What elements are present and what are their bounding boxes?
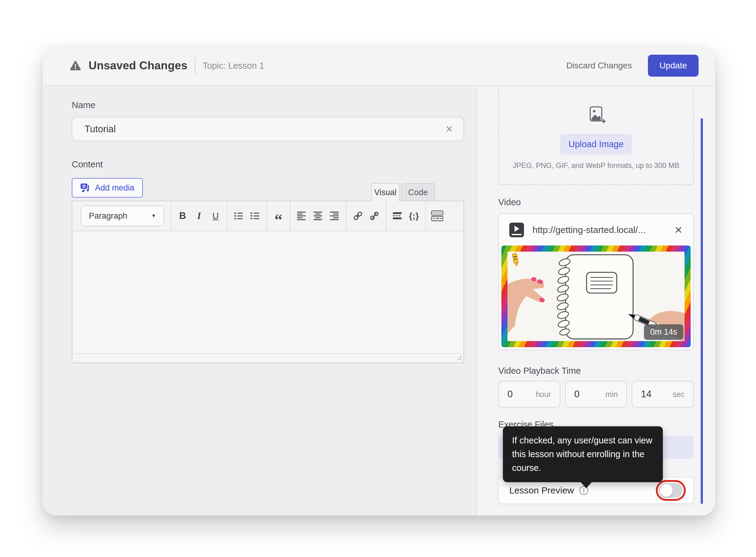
tab-code[interactable]: Code bbox=[401, 183, 435, 201]
lesson-preview-toggle-wrap bbox=[659, 483, 683, 498]
toolbar-group-keyboard bbox=[425, 201, 449, 231]
header-actions: Discard Changes Update bbox=[566, 55, 699, 77]
video-url-text: http://getting-started.local/... bbox=[533, 225, 666, 235]
content-editor: Paragraph ▼ B I U bbox=[72, 201, 464, 363]
shortcode-button[interactable]: {;} bbox=[406, 206, 422, 226]
playback-min-input[interactable]: 0 min bbox=[565, 381, 627, 408]
header-divider bbox=[195, 57, 195, 74]
video-label: Video bbox=[498, 197, 521, 207]
name-label: Name bbox=[72, 100, 95, 110]
main-form-panel: Name Tutorial ✕ Content Add media bbox=[43, 87, 476, 516]
tooltip-arrow bbox=[581, 482, 592, 488]
align-center-icon[interactable] bbox=[310, 206, 326, 226]
panel-scrollbar[interactable] bbox=[701, 118, 703, 504]
chevron-down-icon: ▼ bbox=[151, 213, 156, 218]
discard-changes-button[interactable]: Discard Changes bbox=[566, 61, 632, 70]
unlink-icon[interactable] bbox=[366, 206, 383, 226]
content-label: Content bbox=[72, 159, 103, 170]
editor-text-area[interactable] bbox=[72, 231, 463, 353]
sec-value: 14 bbox=[641, 389, 651, 400]
video-duration-badge: 0m 14s bbox=[644, 324, 683, 340]
keyboard-icon[interactable] bbox=[429, 206, 446, 226]
header-left: Unsaved Changes Topic: Lesson 1 bbox=[70, 57, 566, 74]
header: Unsaved Changes Topic: Lesson 1 Discard … bbox=[43, 46, 715, 86]
update-button[interactable]: Update bbox=[648, 55, 699, 77]
link-icon[interactable] bbox=[350, 206, 366, 226]
toolbar-group-link bbox=[346, 201, 386, 231]
lesson-preview-label: Lesson Preview bbox=[509, 485, 574, 496]
lesson-preview-toggle[interactable] bbox=[659, 483, 683, 498]
lesson-editor-window: Unsaved Changes Topic: Lesson 1 Discard … bbox=[43, 46, 715, 516]
min-value: 0 bbox=[574, 389, 579, 400]
paragraph-select-value: Paragraph bbox=[89, 211, 127, 221]
hour-unit: hour bbox=[536, 390, 551, 399]
underline-button[interactable]: U bbox=[207, 206, 224, 226]
page-title: Unsaved Changes bbox=[89, 59, 187, 72]
add-media-label: Add media bbox=[95, 183, 134, 193]
align-right-icon[interactable] bbox=[326, 206, 343, 226]
toolbar-group-quote: “ bbox=[267, 201, 290, 231]
upload-formats-hint: JPEG, PNG, GIF, and WebP formats, up to … bbox=[513, 161, 679, 170]
align-left-icon[interactable] bbox=[294, 206, 310, 226]
italic-button[interactable]: I bbox=[191, 206, 207, 226]
bold-button[interactable]: B bbox=[174, 206, 191, 226]
upload-image-button[interactable]: Upload Image bbox=[560, 134, 632, 154]
video-thumbnail[interactable]: 0m 14s bbox=[501, 245, 691, 347]
video-card: http://getting-started.local/... ✕ bbox=[498, 213, 694, 350]
toolbar-group-align bbox=[290, 201, 346, 231]
resize-grip-icon[interactable] bbox=[456, 356, 462, 361]
name-input[interactable]: Tutorial ✕ bbox=[72, 117, 464, 141]
hour-value: 0 bbox=[508, 389, 513, 400]
playback-sec-input[interactable]: 14 sec bbox=[632, 381, 694, 408]
min-unit: min bbox=[605, 390, 618, 399]
playback-time-inputs: 0 hour 0 min 14 sec bbox=[498, 381, 694, 408]
sec-unit: sec bbox=[673, 390, 685, 399]
read-more-icon[interactable] bbox=[389, 206, 406, 226]
toolbar-group-text-style: B I U bbox=[171, 201, 227, 231]
editor-toolbar: Paragraph ▼ B I U bbox=[72, 201, 463, 231]
toolbar-group-lists bbox=[227, 201, 267, 231]
lesson-preview-tooltip: If checked, any user/guest can view this… bbox=[503, 426, 663, 482]
editor-status-bar bbox=[72, 353, 463, 362]
bullet-list-icon[interactable] bbox=[231, 206, 247, 226]
name-input-value: Tutorial bbox=[85, 124, 446, 135]
video-playback-time-label: Video Playback Time bbox=[498, 366, 581, 376]
video-url-row: http://getting-started.local/... ✕ bbox=[499, 214, 693, 246]
breadcrumb-topic: Topic: Lesson 1 bbox=[203, 61, 265, 71]
remove-video-icon[interactable]: ✕ bbox=[674, 224, 683, 236]
lesson-settings-panel: Upload Image JPEG, PNG, GIF, and WebP fo… bbox=[476, 87, 715, 516]
media-camera-note-icon bbox=[80, 183, 91, 193]
add-media-button[interactable]: Add media bbox=[72, 178, 143, 198]
numbered-list-icon[interactable] bbox=[247, 206, 264, 226]
tooltip-text: If checked, any user/guest can view this… bbox=[512, 436, 652, 473]
clear-name-icon[interactable]: ✕ bbox=[446, 125, 453, 134]
toolbar-group-insert: {;} bbox=[386, 201, 425, 231]
lesson-editor-page: Unsaved Changes Topic: Lesson 1 Discard … bbox=[0, 0, 756, 557]
featured-image-dropzone[interactable]: Upload Image JPEG, PNG, GIF, and WebP fo… bbox=[498, 87, 694, 185]
warning-triangle-icon bbox=[70, 60, 81, 71]
add-image-icon bbox=[585, 105, 607, 126]
toggle-knob bbox=[660, 484, 673, 497]
playback-hour-input[interactable]: 0 hour bbox=[498, 381, 560, 408]
video-file-icon bbox=[509, 223, 524, 237]
paragraph-style-select[interactable]: Paragraph ▼ bbox=[81, 206, 164, 226]
blockquote-button[interactable]: “ bbox=[270, 206, 287, 226]
tab-visual[interactable]: Visual bbox=[371, 183, 400, 201]
